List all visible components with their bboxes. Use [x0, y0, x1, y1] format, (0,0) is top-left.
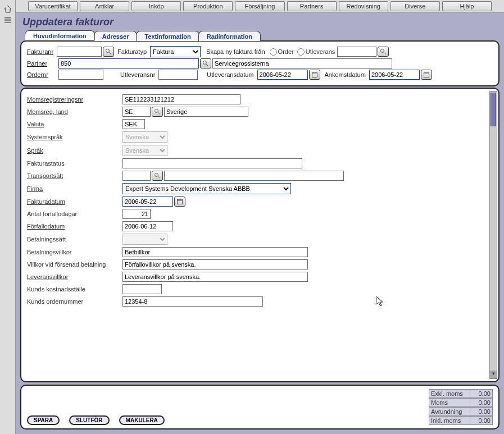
home-icon[interactable]	[3, 4, 12, 13]
menu-inkop[interactable]: Inköp	[131, 1, 181, 11]
ordernr-input	[58, 70, 103, 80]
utleveransdatum-calendar-icon[interactable]	[309, 70, 320, 80]
tab-radinfo[interactable]: Radinformation	[198, 31, 261, 41]
momsland-label: Momsreg. land	[27, 108, 122, 115]
fakturadatum-calendar-icon[interactable]	[174, 197, 185, 207]
menu-hjalp[interactable]: Hjälp	[442, 1, 492, 11]
forfallodatum-input	[122, 221, 173, 231]
exkl-value: 0.00	[470, 389, 493, 398]
moms-value: 0.00	[470, 398, 493, 407]
svg-point-2	[381, 49, 384, 53]
partner-name	[212, 58, 392, 68]
sprak-select: Svenska	[122, 145, 167, 156]
scrollbar[interactable]: ▾	[489, 91, 497, 379]
slutfor-button[interactable]: SLUTFÖR	[69, 415, 109, 425]
panel-details: Momsregistreringsnr Momsreg. land Valuta…	[20, 88, 500, 382]
momsland-search-icon[interactable]	[152, 107, 163, 117]
utleveransdatum-label: Utleveransdatum	[207, 71, 253, 78]
ankomstdatum-label: Ankomstdatum	[325, 71, 366, 78]
kunds-kostnad-input[interactable]	[122, 284, 162, 294]
fakturatyp-label: Fakturatyp	[117, 48, 147, 55]
momsreg-label: Momsregistreringsnr	[27, 96, 122, 103]
menu-varucertifikat[interactable]: Varucertifikat	[28, 1, 78, 11]
exkl-label: Exkl. moms	[429, 389, 470, 398]
order-radio[interactable]	[270, 48, 277, 56]
moms-label: Moms	[429, 398, 470, 407]
utleveransdatum-input[interactable]	[257, 70, 308, 80]
momsland-code-input[interactable]	[122, 107, 151, 117]
menu-forsaljning[interactable]: Försäljning	[235, 1, 284, 11]
transportsatt-label: Transportsätt	[27, 172, 122, 179]
fakturatyp-select[interactable]: Faktura	[150, 46, 201, 57]
utleverans-search-icon[interactable]	[378, 47, 389, 57]
inkl-value: 0.00	[470, 416, 493, 425]
order-label: Order	[278, 48, 294, 55]
betalningssatt-label: Betalningssätt	[27, 236, 122, 243]
utleverans-ref-input[interactable]	[337, 47, 376, 57]
betalningsvillkor-input[interactable]	[122, 247, 308, 257]
svg-rect-6	[312, 72, 317, 77]
svg-line-1	[109, 52, 111, 54]
ankomstdatum-input[interactable]	[369, 70, 420, 80]
antal-forf-label: Antal förfallodagar	[27, 211, 122, 217]
top-menu: Varucertifikat Artiklar Inköp Produktion…	[16, 0, 504, 13]
transportsatt-search-icon[interactable]	[152, 171, 163, 181]
utleverans-radio[interactable]	[297, 48, 305, 56]
ankomstdatum-calendar-icon[interactable]	[421, 70, 432, 80]
partner-label: Partner	[27, 60, 55, 67]
svg-point-10	[155, 109, 158, 113]
skapa-label: Skapa ny faktura från	[206, 48, 265, 55]
list-icon[interactable]	[3, 16, 12, 25]
fakturanr-label: Fakturanr	[27, 48, 53, 55]
villkor-forsenad-label: Villkor vid försenad betalning	[27, 261, 122, 268]
svg-line-3	[384, 52, 386, 54]
scrollbar-down-icon[interactable]: ▾	[490, 371, 497, 378]
makulera-button[interactable]: MAKULERA	[119, 415, 165, 425]
page-title: Uppdatera fakturor	[22, 16, 497, 28]
svg-point-12	[155, 173, 158, 177]
fakturastatus-label: Fakturastatus	[27, 160, 122, 167]
villkor-forsenad-input[interactable]	[122, 259, 308, 269]
menu-redovisning[interactable]: Redovisning	[339, 1, 388, 11]
betalningsvillkor-label: Betalningsvillkor	[27, 249, 122, 255]
transportsatt-code-input[interactable]	[122, 171, 151, 181]
fakturadatum-input[interactable]	[122, 197, 173, 207]
menu-partners[interactable]: Partners	[287, 1, 337, 11]
fakturastatus-input	[122, 158, 302, 168]
inkl-label: Inkl. moms	[429, 416, 470, 425]
systemsprak-label: Systemspråk	[27, 134, 122, 140]
partner-search-icon[interactable]	[200, 58, 211, 68]
fakturanr-search-icon[interactable]	[103, 47, 114, 57]
panel-header: Fakturanr Fakturatyp Faktura Skapa ny fa…	[20, 40, 500, 86]
partner-input[interactable]	[58, 58, 199, 68]
firma-select[interactable]: Expert Systems Development Svenska ABBB	[122, 183, 291, 194]
menu-diverse[interactable]: Diverse	[391, 1, 440, 11]
kunds-kostnad-label: Kunds kostnadsställe	[27, 286, 122, 293]
utleveransnr-input	[158, 70, 198, 80]
momsland-name	[164, 107, 248, 117]
totals: Exkl. moms0.00 Moms0.00 Avrundning0.00 I…	[429, 389, 493, 425]
utleveransnr-label: Utleveransnr	[120, 71, 155, 78]
utleverans-label: Utleverans	[306, 48, 335, 55]
leveransvillkor-input[interactable]	[122, 272, 308, 282]
spara-button[interactable]: SPARA	[27, 415, 60, 425]
kunds-ordernr-label: Kunds ordernummer	[27, 298, 122, 305]
tab-huvud[interactable]: Huvudinformation	[25, 30, 95, 40]
menu-produktion[interactable]: Produktion	[183, 1, 233, 11]
valuta-label: Valuta	[27, 121, 122, 127]
menu-artiklar[interactable]: Artiklar	[80, 1, 129, 11]
ordernr-label: Ordernr	[27, 71, 55, 78]
tabs: Huvudinformation Adresser Textinformatio…	[25, 30, 500, 40]
left-rail	[0, 0, 16, 434]
antal-forf-input[interactable]	[122, 209, 151, 219]
sprak-label: Språk	[27, 147, 122, 154]
panel-footer: SPARA SLUTFÖR MAKULERA Exkl. moms0.00 Mo…	[20, 385, 500, 430]
scrollbar-thumb[interactable]	[491, 93, 496, 126]
fakturanr-input[interactable]	[57, 47, 102, 57]
tab-adresser[interactable]: Adresser	[94, 31, 138, 41]
svg-line-5	[206, 64, 208, 66]
leveransvillkor-label: Leveransvillkor	[27, 273, 122, 280]
kunds-ordernr-input[interactable]	[122, 296, 263, 307]
tab-textinfo[interactable]: Textinformation	[136, 31, 199, 41]
firma-label: Firma	[27, 185, 122, 192]
